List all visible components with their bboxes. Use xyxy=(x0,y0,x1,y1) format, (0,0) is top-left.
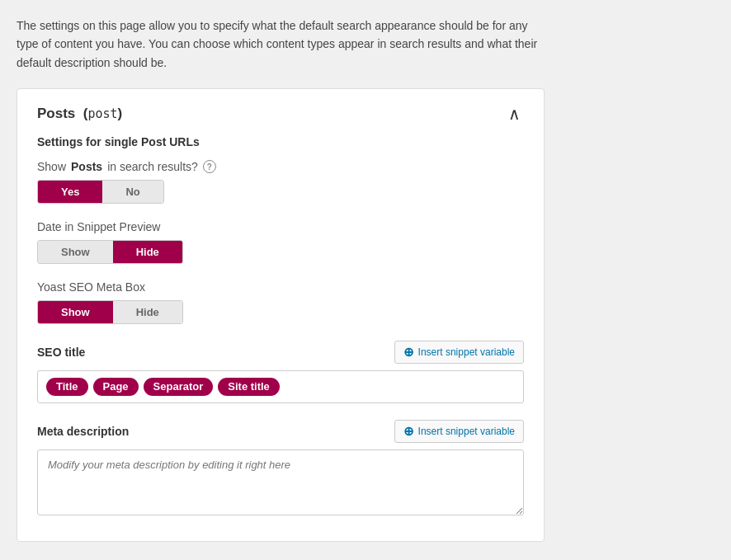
yes-no-toggle-group: Yes No xyxy=(37,180,164,204)
meta-plus-icon: ⊕ xyxy=(403,424,414,439)
no-button[interactable]: No xyxy=(102,181,163,203)
yoast-meta-field: Yoast SEO Meta Box Show Hide xyxy=(37,280,524,324)
show-posts-bold: Posts xyxy=(71,160,102,173)
help-icon[interactable]: ? xyxy=(203,160,216,173)
show-posts-label: Show Posts in search results? ? xyxy=(37,160,524,173)
yoast-toggle-group: Show Hide xyxy=(37,300,183,324)
yoast-meta-label: Yoast SEO Meta Box xyxy=(37,280,524,294)
insert-snippet-label: Insert snippet variable xyxy=(418,346,515,358)
tag-separator[interactable]: Separator xyxy=(144,378,214,396)
card-title: Posts (post) xyxy=(37,106,122,122)
collapse-button[interactable]: ∧ xyxy=(505,106,524,122)
yoast-show-button[interactable]: Show xyxy=(38,301,113,323)
seo-title-header: SEO title ⊕ Insert snippet variable xyxy=(37,341,524,364)
date-snippet-label: Date in Snippet Preview xyxy=(37,220,524,233)
tag-page[interactable]: Page xyxy=(93,378,139,396)
meta-insert-snippet-button[interactable]: ⊕ Insert snippet variable xyxy=(394,420,524,443)
meta-desc-header: Meta description ⊕ Insert snippet variab… xyxy=(37,420,524,443)
date-toggle-group: Show Hide xyxy=(37,240,183,264)
show-posts-field: Show Posts in search results? ? Yes No xyxy=(37,160,524,204)
tag-title[interactable]: Title xyxy=(46,378,88,396)
intro-text: The settings on this page allow you to s… xyxy=(17,16,545,72)
seo-title-label: SEO title xyxy=(37,346,85,359)
date-hide-button[interactable]: Hide xyxy=(113,241,182,263)
show-posts-post: in search results? xyxy=(107,160,198,173)
date-snippet-field: Date in Snippet Preview Show Hide xyxy=(37,220,524,264)
meta-desc-label: Meta description xyxy=(37,425,129,438)
seo-title-section: SEO title ⊕ Insert snippet variable Titl… xyxy=(37,341,524,403)
meta-description-section: Meta description ⊕ Insert snippet variab… xyxy=(37,420,524,518)
yoast-hide-button[interactable]: Hide xyxy=(113,301,182,323)
card-post-type: post xyxy=(87,106,117,121)
posts-settings-card: Posts (post) ∧ Settings for single Post … xyxy=(17,88,545,542)
plus-icon: ⊕ xyxy=(403,345,414,360)
card-title-text: Posts xyxy=(37,106,75,121)
meta-description-textarea[interactable] xyxy=(37,449,524,515)
date-snippet-label-text: Date in Snippet Preview xyxy=(37,220,160,233)
meta-insert-snippet-label: Insert snippet variable xyxy=(418,426,515,437)
seo-insert-snippet-button[interactable]: ⊕ Insert snippet variable xyxy=(394,341,524,364)
tag-site-title[interactable]: Site title xyxy=(218,378,280,396)
card-header: Posts (post) ∧ xyxy=(37,106,524,122)
yes-button[interactable]: Yes xyxy=(38,181,102,203)
date-show-button[interactable]: Show xyxy=(38,241,113,263)
show-posts-pre: Show xyxy=(37,160,66,173)
yoast-label-text: Yoast SEO Meta Box xyxy=(37,280,145,294)
seo-title-tags-input[interactable]: Title Page Separator Site title xyxy=(37,370,524,403)
section-subtitle: Settings for single Post URLs xyxy=(37,135,524,148)
